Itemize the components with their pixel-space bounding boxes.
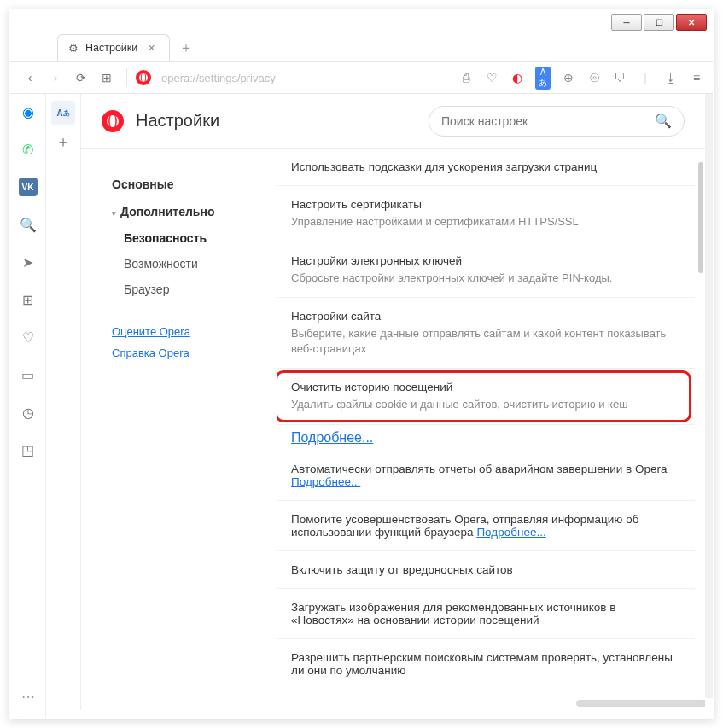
row-title: Разрешить партнерским поисковым системам… — [291, 651, 681, 677]
left-rail: ◉ ✆ VK 🔍 ➤ ⊞ ♡ ▭ ◷ ◳ ⋯ — [10, 94, 46, 718]
page-title: Настройки — [136, 111, 219, 131]
row-site-settings[interactable]: Настройки сайта Выберите, какие данные о… — [277, 298, 695, 369]
download-icon[interactable]: ⭳ — [663, 71, 679, 84]
opera-url-icon — [136, 70, 151, 85]
horizontal-scrollbar[interactable] — [576, 700, 705, 707]
heart-rail-icon[interactable]: ♡ — [19, 328, 38, 347]
adblock-icon[interactable]: ◐ — [510, 71, 525, 84]
snapshot-icon[interactable]: ⎙ — [458, 71, 474, 84]
close-button[interactable]: ✕ — [676, 14, 707, 31]
globe-icon[interactable]: ⊕ — [561, 71, 576, 84]
row-title: Автоматически отправлять отчеты об авари… — [291, 463, 681, 488]
row-text: Автоматически отправлять отчеты об авари… — [291, 463, 667, 475]
sidebar-item-basic[interactable]: Основные — [112, 171, 264, 198]
more-link[interactable]: Подробнее... — [291, 430, 373, 445]
row-desc: Удалить файлы cookie и данные сайтов, оч… — [291, 397, 681, 412]
settings-search-input[interactable] — [441, 114, 655, 128]
row-certificates[interactable]: Настроить сертификаты Управление настрой… — [277, 186, 695, 242]
reload-button[interactable]: ⟳ — [70, 67, 92, 89]
row-news-images[interactable]: Загружать изображения для рекомендованны… — [277, 589, 695, 639]
row-text: Помогите усовершенствовать Opera, отправ… — [291, 513, 638, 539]
help-opera-link[interactable]: Справка Opera — [112, 342, 264, 364]
close-icon: ✕ — [688, 18, 695, 27]
workspace-column: Aあ ＋ — [46, 94, 80, 154]
row-improve-opera[interactable]: Помогите усовершенствовать Opera, отправ… — [277, 501, 695, 551]
chevron-down-icon: ▾ — [112, 209, 119, 218]
whatsapp-icon[interactable]: ✆ — [19, 140, 38, 159]
url-text[interactable]: opera://settings/privacy — [161, 72, 455, 84]
row-title: Включить защиту от вредоносных сайтов — [291, 563, 681, 576]
row-title: Загружать изображения для рекомендованны… — [291, 601, 681, 626]
sidebar-links: Оцените Opera Справка Opera — [112, 321, 264, 364]
sidebar-item-advanced[interactable]: ▾Дополнительно — [112, 198, 264, 225]
row-desc: Управление настройками и сертификатами H… — [291, 214, 681, 230]
vpn-icon[interactable]: ⦾ — [586, 71, 602, 85]
sep-icon: | — [638, 71, 653, 84]
list-scrollbar[interactable] — [698, 162, 703, 273]
row-clear-history[interactable]: Очистить историю посещений Удалить файлы… — [277, 369, 695, 425]
row-security-keys[interactable]: Настройки электронных ключей Сбросьте на… — [277, 242, 695, 299]
search-rail-icon[interactable]: 🔍 — [19, 215, 38, 234]
row-title: Помогите усовершенствовать Opera, отправ… — [291, 513, 681, 539]
nav-back-button[interactable]: ‹ — [19, 67, 41, 89]
workspace-translate[interactable]: Aあ — [51, 101, 75, 125]
address-bar: ‹ › ⟳ ⊞ opera://settings/privacy ⎙ ♡ ◐ A… — [10, 61, 713, 94]
tab-title: Настройки — [85, 42, 137, 54]
settings-sidebar: Основные ▾Дополнительно Безопасность Воз… — [81, 149, 277, 710]
app-window: ─ ☐ ✕ ⚙ Настройки ✕ ＋ ‹ › ⟳ ⊞ opera://se… — [9, 9, 714, 719]
shield-icon[interactable]: ⛉ — [612, 71, 627, 84]
heart-icon[interactable]: ♡ — [484, 71, 499, 84]
vk-icon[interactable]: VK — [19, 178, 38, 196]
row-desc: Сбросьте настройки электронных ключей и … — [291, 271, 681, 286]
minimize-icon: ─ — [623, 18, 629, 27]
gear-icon: ⚙ — [68, 42, 79, 55]
history-icon[interactable]: ◷ — [19, 403, 38, 422]
settings-search[interactable]: 🔍 — [429, 106, 685, 137]
grid-rail-icon[interactable]: ⊞ — [19, 290, 38, 309]
menu-icon[interactable]: ≡ — [689, 71, 704, 84]
more-link[interactable]: Подробнее... — [476, 526, 545, 539]
clip-icon[interactable]: ▭ — [19, 365, 38, 384]
rate-opera-link[interactable]: Оцените Opera — [112, 321, 264, 342]
more-link[interactable]: Подробнее... — [291, 475, 360, 488]
window-controls: ─ ☐ ✕ — [609, 14, 707, 31]
more-rail-button[interactable]: ⋯ — [19, 687, 38, 706]
row-desc: Выберите, какие данные отправлять сайтам… — [291, 326, 681, 356]
tab-close-button[interactable]: ✕ — [144, 41, 159, 55]
maximize-icon: ☐ — [656, 18, 663, 27]
row-partner-search[interactable]: Разрешить партнерским поисковым системам… — [277, 639, 695, 689]
sidebar-item-features[interactable]: Возможности — [112, 251, 264, 277]
content: Основные ▾Дополнительно Безопасность Воз… — [81, 149, 705, 710]
sidebar-item-browser[interactable]: Браузер — [112, 277, 264, 302]
minimize-button[interactable]: ─ — [611, 14, 642, 31]
settings-page: Настройки 🔍 Основные ▾Дополнительно Безо… — [80, 94, 705, 710]
nav-forward-button[interactable]: › — [44, 67, 67, 89]
row-more-link: Подробнее... — [277, 425, 695, 451]
tab-bar: ⚙ Настройки ✕ ＋ — [57, 31, 197, 61]
toolbar-icons: ⎙ ♡ ◐ Aあ ⊕ ⦾ ⛉ | ⭳ ≡ — [458, 67, 704, 90]
new-tab-button[interactable]: ＋ — [175, 37, 197, 59]
speeddial-button[interactable]: ⊞ — [96, 67, 118, 89]
row-title: Использовать подсказки для ускорения заг… — [291, 160, 681, 173]
tab-settings[interactable]: ⚙ Настройки ✕ — [57, 34, 170, 61]
workspace-add[interactable]: ＋ — [51, 130, 75, 154]
row-title: Настроить сертификаты — [291, 198, 681, 211]
messenger-icon[interactable]: ◉ — [19, 102, 38, 121]
sidebar-item-security[interactable]: Безопасность — [112, 225, 264, 251]
row-malware-protection[interactable]: Включить защиту от вредоносных сайтов — [277, 551, 695, 589]
row-crash-reports[interactable]: Автоматически отправлять отчеты об авари… — [277, 451, 695, 501]
opera-logo-icon — [102, 110, 124, 132]
separator — [126, 68, 127, 87]
frame-scrollbar[interactable] — [705, 94, 713, 698]
page-header: Настройки 🔍 — [81, 94, 705, 149]
row-title: Очистить историю посещений — [291, 381, 681, 393]
maximize-button[interactable]: ☐ — [644, 14, 674, 31]
send-icon[interactable]: ➤ — [19, 253, 38, 271]
row-title: Настройки сайта — [291, 310, 681, 323]
translate-icon[interactable]: Aあ — [535, 67, 551, 90]
extensions-icon[interactable]: ◳ — [19, 440, 38, 459]
search-glass-icon: 🔍 — [655, 113, 672, 129]
row-hints[interactable]: Использовать подсказки для ускорения заг… — [277, 149, 695, 186]
row-title: Настройки электронных ключей — [291, 254, 681, 267]
settings-list: Использовать подсказки для ускорения заг… — [277, 149, 705, 710]
